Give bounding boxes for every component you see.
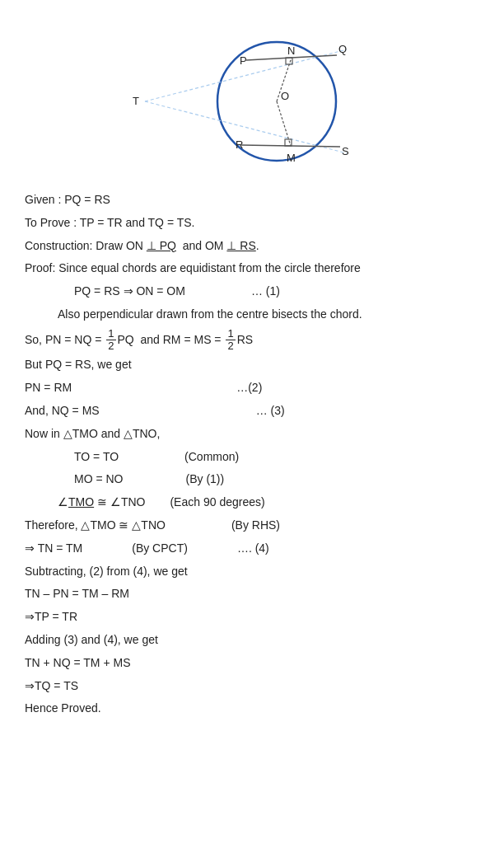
pq-text: PQ and RM = MS = [118, 330, 225, 350]
adding-line: Adding (3) and (4), we get [25, 630, 479, 650]
to-prove-text: To Prove : TP = TR and TQ = TS. [25, 216, 194, 229]
label-R: R [236, 138, 243, 151]
implies-tq-ts-text: ⇒TQ = TS [25, 679, 78, 692]
therefore-text: Therefore, △TMO ≅ △TNO [25, 516, 166, 536]
now-in-text: Now in △TMO and △TNO, [25, 427, 160, 440]
to-to-line: TO = TO (Common) [25, 448, 479, 467]
tn-pn-line: TN – PN = TM – RM [25, 584, 479, 604]
rs-text: RS [237, 330, 253, 350]
given-line: Given : PQ = RS [25, 190, 479, 210]
therefore-line: Therefore, △TMO ≅ △TNO (By RHS) [25, 516, 479, 536]
label-N: N [287, 45, 295, 57]
implies-tn-tm-line: ⇒ TN = TM (By CPCT) …. (4) [25, 539, 479, 559]
implies-tn-tm-text: ⇒ TN = TM [25, 539, 82, 559]
label-T: T [133, 95, 139, 107]
label-M: M [287, 152, 296, 164]
proof-content: Given : PQ = RS To Prove : TP = TR and T… [25, 190, 479, 719]
perp-rs: ⊥ RS [226, 239, 255, 252]
hence-text: Hence Proved. [25, 701, 101, 715]
tn-nq-line: TN + NQ = TM + MS [25, 654, 479, 673]
tn-nq-text: TN + NQ = TM + MS [25, 656, 131, 669]
mo-no-text: MO = NO [74, 470, 124, 490]
step1-eq: PQ = RS ⇒ ON = OM [74, 282, 185, 302]
given-text: Given : PQ = RS [25, 193, 110, 206]
subtracting-line: Subtracting, (2) from (4), we get [25, 562, 479, 582]
geometry-diagram: T P N Q O R M S [124, 15, 380, 176]
tn-pn-text: TN – PN = TM – RM [25, 587, 129, 600]
label-S: S [342, 145, 349, 157]
step1-ref: … (1) [251, 282, 280, 302]
proof-intro-line: Proof: Since equal chords are equidistan… [25, 259, 479, 279]
implies-tn-tm-reason: (By CPCT) [132, 539, 188, 559]
but-text: But PQ = RS, we get [25, 358, 132, 371]
now-in-line: Now in △TMO and △TNO, [25, 424, 479, 444]
frac-half-rs: 1 2 [226, 328, 235, 353]
diagram-container: T P N Q O R M S [25, 15, 479, 176]
mo-no-line: MO = NO (By (1)) [25, 470, 479, 490]
perp-pq: ⊥ PQ [147, 239, 176, 252]
to-to-reason: (Common) [184, 448, 239, 467]
pn-rm-ref: …(2) [236, 378, 262, 398]
frac-half-pq: 1 2 [106, 328, 115, 353]
mo-no-reason: (By (1)) [186, 470, 225, 490]
nq-ms-line: And, NQ = MS … (3) [25, 401, 479, 421]
to-to-text: TO = TO [74, 448, 119, 467]
also-line: Also perpendicular drawn from the centre… [25, 305, 479, 325]
label-O: O [281, 90, 289, 102]
also-text: Also perpendicular drawn from the centre… [58, 307, 362, 321]
implies-tp-tr-text: ⇒TP = TR [25, 610, 77, 623]
implies-tp-tr-line: ⇒TP = TR [25, 607, 479, 627]
angle-line: ∠TMO ≅ ∠TNO (Each 90 degrees) [25, 493, 479, 513]
so-line: So, PN = NQ = 1 2 PQ and RM = MS = 1 2 R… [25, 328, 479, 353]
adding-text: Adding (3) and (4), we get [25, 633, 158, 646]
pn-rm-text: PN = RM [25, 378, 72, 398]
to-prove-line: To Prove : TP = TR and TQ = TS. [25, 213, 479, 233]
nq-ms-ref: … (3) [256, 401, 285, 421]
hence-line: Hence Proved. [25, 699, 479, 719]
implies-tn-tm-ref: …. (4) [237, 539, 269, 559]
pn-rm-line: PN = RM …(2) [25, 378, 479, 398]
step1-line: PQ = RS ⇒ ON = OM … (1) [25, 282, 479, 302]
label-P: P [240, 54, 247, 67]
implies-tq-ts-line: ⇒TQ = TS [25, 677, 479, 696]
but-line: But PQ = RS, we get [25, 355, 479, 375]
label-Q: Q [338, 43, 347, 55]
so-text: So, PN = NQ = [25, 330, 105, 350]
construction-line: Construction: Draw ON ⊥ PQ and OM ⊥ RS. [25, 237, 479, 256]
nq-ms-text: And, NQ = MS [25, 401, 100, 421]
proof-intro-text: Proof: Since equal chords are equidistan… [25, 261, 361, 274]
angle-tmo-text: ∠TMO ≅ ∠TNO [58, 493, 145, 513]
subtracting-text: Subtracting, (2) from (4), we get [25, 565, 188, 578]
therefore-reason: (By RHS) [231, 516, 280, 536]
angle-tmo-reason: (Each 90 degrees) [170, 493, 264, 513]
